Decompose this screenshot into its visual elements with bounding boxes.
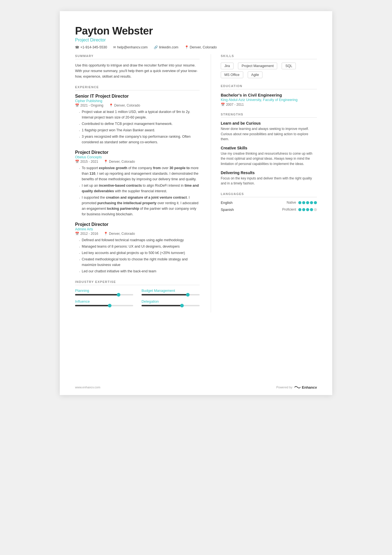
bullet-item: I supported the creation and signature o… [79,195,200,217]
email-address: help@enhancv.com [117,45,148,49]
footer-url: www.enhancv.com [75,386,100,389]
dot [306,208,309,211]
bullet-item: 1 flagship project won The Asian Banker … [79,127,200,133]
email-icon: ✉ [113,45,116,49]
location-text: Denver, Colorado [190,45,217,49]
strength-title-1: Learn and be Curious [221,121,317,125]
expertise-influence: Influence [75,299,133,306]
education-section: EDUCATION Bachelor's in Civil Engineerin… [221,84,317,107]
summary-title: SUMMARY [75,54,200,59]
expertise-fill-delegation [142,305,182,306]
expertise-fill-planning [75,294,119,295]
bullet-item: Defined and followed technical roadmaps … [79,237,200,243]
header: Payton Webster Project Director ☎ +1-914… [75,25,317,49]
linkedin-icon: 🔗 [154,45,158,49]
lang-level-english: Native [287,201,296,204]
footer: www.enhancv.com Powered by Enhancv [75,385,317,389]
skills-title: SKILLS [221,54,317,59]
expertise-label-delegation: Delegation [142,299,200,304]
expertise-delegation: Delegation [142,299,200,306]
bullet-item: I set up an incentive-based contracts to… [79,183,200,194]
lang-right-spanish: Proficient [282,208,317,211]
expertise-bar-influence [75,305,133,306]
lang-dots-english [298,201,317,204]
exp-bullets-1: Project value at least 1 million USD, wi… [75,109,200,145]
strength-text-1: Never done learning and always seeking t… [221,126,317,142]
lang-spanish: Spanish Proficient [221,208,317,212]
strength-text-2: Use my creative thinking and resourceful… [221,151,317,167]
experience-section: EXPERIENCE Senior IT Project Director Ci… [75,85,200,274]
exp-location-2: 📍 Denver, Colorado [104,160,135,164]
left-column: SUMMARY Use this opportunity to intrigue… [75,54,200,312]
education-title: EDUCATION [221,84,317,89]
expertise-budget: Budget Management [142,288,200,295]
exp-job-title-3: Project Director [75,222,200,227]
summary-text: Use this opportunity to intrigue and dra… [75,63,200,79]
strength-title-3: Delivering Results [221,171,317,175]
exp-job-title-2: Project Director [75,150,200,155]
exp-item-3: Project Director Admire Arts 📅 2012 - 20… [75,222,200,274]
powered-by-text: Powered by [276,386,292,389]
contact-phone: ☎ +1-914-345-5530 [75,45,107,49]
dot [314,201,317,204]
exp-item-1: Senior IT Project Director Cipher Publis… [75,94,200,145]
expertise-bar-delegation [142,305,200,306]
expertise-label-influence: Influence [75,299,133,304]
exp-date-1: 📅 2021 - Ongoing [75,103,103,107]
expertise-bar-budget [142,294,200,295]
expertise-label-budget: Budget Management [142,288,200,293]
exp-date-2: 📅 2015 - 2021 [75,160,98,164]
two-column-layout: SUMMARY Use this opportunity to intrigue… [75,54,317,312]
dot [298,208,301,211]
expertise-planning: Planning [75,288,133,295]
expertise-grid: Planning Budget Management Influence [75,288,200,306]
experience-title: EXPERIENCE [75,85,200,90]
edu-year: 📅 2007 - 2011 [221,103,317,107]
strengths-title: STRENGTHS [221,113,317,118]
lang-level-spanish: Proficient [282,208,296,211]
languages-title: LANGUAGES [221,192,317,197]
enhancv-logo: Enhancv [294,385,317,389]
exp-meta-2: 📅 2015 - 2021 📍 Denver, Colorado [75,160,200,164]
expertise-bar-planning [75,294,133,295]
phone-number: +1-914-345-5530 [80,45,107,49]
calendar-icon-3: 📅 [75,232,79,236]
strength-2: Creative Skills Use my creative thinking… [221,146,317,167]
lang-right-english: Native [287,201,317,204]
skill-agile: Agile [248,71,263,78]
lang-name-spanish: Spanish [221,208,234,212]
summary-section: SUMMARY Use this opportunity to intrigue… [75,54,200,79]
contact-email: ✉ help@enhancv.com [113,45,148,49]
strength-text-3: Focus on the key inputs and deliver them… [221,176,317,186]
industry-expertise-title: INDUSTRY EXPERTISE [75,280,200,285]
edu-school: King Abdul-Aziz University, Faculty of E… [221,98,317,102]
lang-english: English Native [221,201,317,205]
bullet-item: Created methodological tools to choose t… [79,256,200,268]
dot [302,201,305,204]
pin-icon-3: 📍 [104,232,108,236]
exp-company-2: Obelus Concepts [75,155,200,159]
bullet-item: Led our chatbot initiative with the back… [79,268,200,274]
right-column: SKILLS Jira Project Management SQL MS Of… [211,54,317,312]
languages-section: LANGUAGES English Native [221,192,317,212]
exp-date-3: 📅 2012 - 2016 [75,232,98,236]
skills-grid: Jira Project Management SQL MS Office Ag… [221,63,317,78]
footer-powered: Powered by Enhancv [276,385,317,389]
contact-location: 📍 Denver, Colorado [185,45,217,49]
dot [306,201,309,204]
strength-1: Learn and be Curious Never done learning… [221,121,317,142]
expertise-fill-budget [142,294,188,295]
candidate-name: Payton Webster [75,25,317,37]
edu-degree: Bachelor's in Civil Engineering [221,93,317,97]
bullet-item: Contributed to define TCB project manage… [79,121,200,127]
bullet-item: Managed teams of 8 persons: UX and UI de… [79,244,200,249]
exp-bullets-3: Defined and followed technical roadmaps … [75,237,200,274]
lang-dots-spanish [298,208,317,211]
exp-company-3: Admire Arts [75,227,200,231]
resume-page: Payton Webster Project Director ☎ +1-914… [60,11,332,395]
linkedin-url: linkedin.com [159,45,178,49]
calendar-icon-edu: 📅 [221,103,225,107]
exp-company-1: Cipher Publishing [75,99,200,103]
exp-item-2: Project Director Obelus Concepts 📅 2015 … [75,150,200,217]
expertise-fill-influence [75,305,110,306]
